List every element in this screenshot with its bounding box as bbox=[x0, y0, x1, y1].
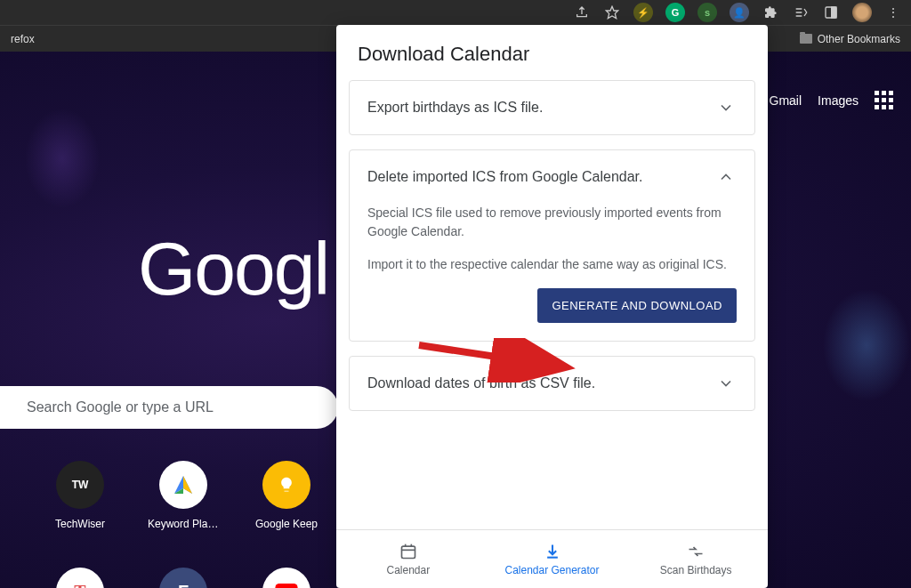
images-link[interactable]: Images bbox=[818, 93, 859, 108]
popup-content: Export birthdays as ICS file. Delete imp… bbox=[336, 80, 768, 529]
shortcuts-row2: T F bbox=[44, 568, 322, 588]
folder-icon bbox=[800, 34, 812, 44]
chevron-down-icon bbox=[715, 97, 737, 118]
shortcut-label: Keyword Plan... bbox=[148, 518, 219, 530]
tab-calendar-generator[interactable]: Calendar Generator bbox=[480, 530, 625, 588]
body-text-1: Special ICS file used to remove previous… bbox=[367, 204, 737, 241]
extensions-puzzle-icon[interactable] bbox=[762, 4, 779, 21]
accordion-header[interactable]: Delete imported ICS from Google Calendar… bbox=[350, 150, 754, 204]
shortcut-icon bbox=[159, 461, 207, 509]
shortcut-f[interactable]: F bbox=[148, 568, 219, 588]
popup-title: Download Calendar bbox=[336, 25, 768, 80]
extension-birthday-icon[interactable]: 👤 bbox=[730, 3, 749, 22]
extension-lightning-icon[interactable]: ⚡ bbox=[633, 3, 653, 22]
shortcut-google-keep[interactable]: Google Keep bbox=[251, 461, 322, 530]
shortcut-icon: T bbox=[56, 568, 104, 588]
tab-label: Calendar bbox=[386, 564, 430, 576]
accordion-title: Delete imported ICS from Google Calendar… bbox=[367, 169, 642, 185]
accordion-header[interactable]: Export birthdays as ICS file. bbox=[350, 81, 754, 134]
accordion-delete-ics: Delete imported ICS from Google Calendar… bbox=[349, 149, 755, 342]
star-icon[interactable] bbox=[603, 4, 621, 21]
extension-popup: Download Calendar Export birthdays as IC… bbox=[336, 25, 768, 588]
shortcut-icon bbox=[262, 568, 310, 588]
download-icon bbox=[544, 543, 561, 560]
chrome-menu-icon[interactable]: ⋮ bbox=[884, 4, 902, 21]
bookmark-label: Other Bookmarks bbox=[818, 33, 900, 45]
scan-icon bbox=[687, 543, 705, 560]
calendar-icon bbox=[399, 543, 417, 560]
shortcut-icon bbox=[262, 461, 310, 509]
body-text-2: Import it to the respective calendar the… bbox=[367, 255, 737, 274]
media-control-icon[interactable] bbox=[792, 4, 810, 21]
search-placeholder: Search Google or type a URL bbox=[27, 399, 214, 415]
shortcut-label: TechWiser bbox=[44, 518, 116, 530]
tab-scan-birthdays[interactable]: Scan Birthdays bbox=[624, 530, 768, 588]
generate-download-button[interactable]: GENERATE AND DOWNLOAD bbox=[537, 288, 737, 323]
svg-marker-0 bbox=[606, 6, 617, 18]
sidepanel-icon[interactable] bbox=[822, 4, 840, 21]
bg-jellyfish-left bbox=[0, 105, 151, 372]
shortcut-youtube[interactable] bbox=[251, 568, 322, 588]
chevron-down-icon bbox=[715, 373, 737, 394]
shortcut-label: Google Keep bbox=[251, 518, 322, 530]
bookmark-other[interactable]: Other Bookmarks bbox=[800, 33, 900, 45]
popup-tabs: Calendar Calendar Generator Scan Birthda… bbox=[336, 529, 768, 588]
google-header-links: Gmail Images bbox=[770, 91, 893, 109]
bookmark-label: refox bbox=[11, 33, 35, 45]
svg-rect-5 bbox=[401, 546, 415, 558]
bg-jellyfish-right bbox=[786, 265, 911, 532]
google-logo: Googl bbox=[138, 226, 328, 312]
svg-rect-2 bbox=[832, 7, 836, 18]
accordion-body: Special ICS file used to remove previous… bbox=[350, 204, 754, 341]
browser-toolbar: ⚡ G s 👤 ⋮ bbox=[0, 0, 911, 25]
shortcut-t[interactable]: T bbox=[44, 568, 116, 588]
gmail-link[interactable]: Gmail bbox=[770, 93, 802, 108]
accordion-title: Export birthdays as ICS file. bbox=[367, 100, 543, 116]
accordion-header[interactable]: Download dates of birth as CSV file. bbox=[350, 357, 754, 410]
chevron-up-icon bbox=[715, 166, 737, 188]
search-input[interactable]: Search Google or type a URL bbox=[0, 386, 338, 429]
shortcut-icon: TW bbox=[56, 461, 104, 509]
shortcut-techwiser[interactable]: TW TechWiser bbox=[44, 461, 116, 530]
extension-s-icon[interactable]: s bbox=[697, 3, 717, 22]
tab-label: Calendar Generator bbox=[504, 564, 599, 576]
svg-rect-3 bbox=[275, 584, 297, 588]
accordion-download-csv: Download dates of birth as CSV file. bbox=[349, 356, 755, 411]
extension-grammarly-icon[interactable]: G bbox=[665, 3, 685, 22]
accordion-export-ics: Export birthdays as ICS file. bbox=[349, 80, 755, 135]
shortcut-keyword-planner[interactable]: Keyword Plan... bbox=[148, 461, 219, 530]
profile-avatar[interactable] bbox=[852, 3, 872, 22]
shortcuts-row1: TW TechWiser Keyword Plan... Google Keep bbox=[44, 461, 322, 530]
tab-calendar[interactable]: Calendar bbox=[336, 530, 480, 588]
bookmark-firefox[interactable]: refox bbox=[11, 33, 35, 45]
shortcut-icon: F bbox=[159, 568, 207, 588]
tab-label: Scan Birthdays bbox=[660, 564, 732, 576]
accordion-title: Download dates of birth as CSV file. bbox=[367, 375, 595, 391]
google-apps-icon[interactable] bbox=[875, 91, 893, 109]
share-icon[interactable] bbox=[573, 4, 591, 21]
